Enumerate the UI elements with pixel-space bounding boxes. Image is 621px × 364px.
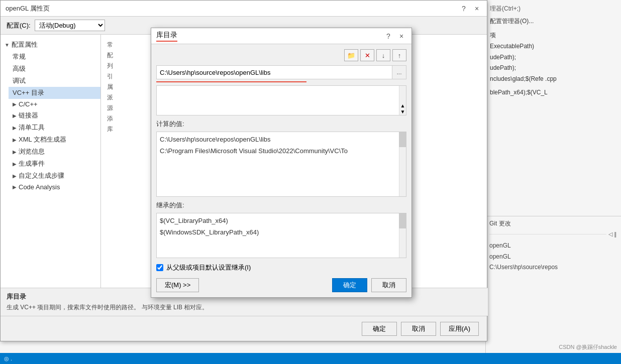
up-arrow-icon: ↑ — [398, 52, 401, 59]
tree-item-general[interactable]: 常规 — [9, 51, 100, 63]
inherited-item-1: $(VC_LibraryPath_x64) — [160, 215, 403, 227]
tree-xml-arrow: ▶ — [13, 137, 17, 143]
git-panel-title: Git 更改 — [489, 219, 617, 228]
scrollbar-computed[interactable] — [399, 132, 406, 196]
lib-title-text: 库目录 — [156, 31, 177, 42]
vs-right-panel: 理器(Ctrl+;) 配置管理器(O)... 项 ExecutablePath)… — [485, 0, 621, 364]
lib-down-btn[interactable]: ↓ — [376, 49, 390, 61]
lib-list-area: ▲ ▼ — [156, 85, 406, 115]
tree-item-linker[interactable]: ▶ 链接器 — [9, 109, 100, 122]
git-item-1: openGL — [489, 240, 617, 252]
tree-root-label: 配置属性 — [12, 40, 38, 49]
lib-folder-btn[interactable]: 📁 — [344, 49, 358, 61]
tree-item-manifest[interactable]: ▶ 清单工具 — [9, 122, 100, 134]
inherit-checkbox[interactable] — [156, 264, 163, 271]
status-bar: ◎ . — [0, 353, 621, 364]
props-title: openGL 属性页 — [6, 4, 50, 13]
tree-root-arrow: ▼ — [5, 42, 10, 48]
scrollbar-inherited[interactable] — [399, 213, 406, 258]
git-item-2: openGL — [489, 252, 617, 263]
inherited-list: $(VC_LibraryPath_x64) $(WindowsSDK_Libra… — [156, 213, 406, 258]
tree-root[interactable]: ▼ 配置属性 — [1, 39, 100, 51]
lib-delete-btn[interactable]: ✕ — [360, 49, 374, 61]
lib-dialog: 库目录 ? × 📁 ✕ ↓ ↑ — [151, 28, 412, 298]
lib-ok-btn[interactable]: 确定 — [332, 278, 367, 292]
info-panel-desc: 生成 VC++ 项目期间，搜索库文件时使用的路径。 与环境变量 LIB 相对应。 — [7, 303, 482, 312]
lib-help-btn[interactable]: ? — [383, 31, 393, 41]
tree-cpp-arrow: ▶ — [13, 101, 17, 107]
config-label: 配置(C): — [7, 21, 31, 30]
tree-item-browse[interactable]: ▶ 浏览信息 — [9, 146, 100, 158]
tree-custombuild-arrow: ▶ — [13, 173, 17, 179]
tree-buildevents-arrow: ▶ — [13, 161, 17, 167]
vs-right-header: 理器(Ctrl+;) 配置管理器(O)... 项 ExecutablePath)… — [490, 4, 617, 98]
scroll-down-1[interactable]: ▼ — [400, 109, 405, 114]
tree-manifest-arrow: ▶ — [13, 125, 17, 131]
status-text: ◎ . — [4, 355, 12, 362]
csdn-badge: CSDN @换踢仔shackle — [559, 343, 617, 351]
lib-path-input[interactable] — [157, 67, 392, 78]
tree-item-advanced[interactable]: 高级 — [9, 63, 100, 75]
lib-browse-btn[interactable]: ... — [392, 66, 406, 79]
inherit-checkbox-label: 从父级或项目默认设置继承(I) — [166, 263, 251, 272]
props-close-btn[interactable]: × — [472, 4, 482, 14]
lib-footer-left: 宏(M) >> — [156, 278, 199, 292]
lib-body: 📁 ✕ ↓ ↑ ... — [151, 44, 411, 297]
props-apply-btn[interactable]: 应用(A) — [440, 322, 479, 336]
lib-close-btn[interactable]: × — [396, 31, 406, 41]
macro-btn[interactable]: 宏(M) >> — [156, 278, 199, 292]
scroll-up-1[interactable]: ▲ — [400, 103, 405, 108]
tree-item-debug[interactable]: 调试 — [9, 75, 100, 87]
lib-title-actions: ? × — [383, 31, 406, 41]
git-panel-pin[interactable]: ◁ ‖ — [608, 231, 617, 237]
delete-icon: ✕ — [365, 52, 370, 59]
lib-up-btn[interactable]: ↑ — [392, 49, 406, 61]
props-cancel-btn[interactable]: 取消 — [401, 322, 436, 336]
config-select[interactable]: 活动(Debug) — [35, 20, 105, 31]
scrollbar-thumb-inherited[interactable] — [399, 213, 406, 228]
tree-item-vcpp-dirs[interactable]: VC++ 目录 — [9, 87, 100, 99]
lib-footer-right: 确定 取消 — [332, 278, 406, 292]
tree-item-build-events[interactable]: ▶ 生成事件 — [9, 158, 100, 170]
down-arrow-icon: ↓ — [382, 52, 385, 59]
tree-browse-arrow: ▶ — [13, 149, 17, 155]
lib-footer: 宏(M) >> 确定 取消 — [156, 278, 406, 292]
props-footer: 确定 取消 应用(A) — [1, 316, 487, 341]
lib-title-bar: 库目录 ? × — [151, 28, 411, 44]
props-ok-btn[interactable]: 确定 — [362, 322, 397, 336]
computed-item-1: C:\Users\hp\source\repos\openGL\libs — [160, 134, 403, 146]
folder-icon: 📁 — [347, 52, 355, 59]
lib-toolbar: 📁 ✕ ↓ ↑ — [156, 49, 406, 61]
git-item-3: C:\Users\hp\source\repos — [489, 262, 617, 273]
computed-list: C:\Users\hp\source\repos\openGL\libs C:\… — [156, 132, 406, 197]
computed-label: 计算的值: — [156, 119, 406, 129]
tree-item-custom-build[interactable]: ▶ 自定义生成步骤 — [9, 170, 100, 182]
tree-item-cpp[interactable]: ▶ C/C++ — [9, 99, 100, 109]
props-help-btn[interactable]: ? — [459, 4, 469, 14]
lib-input-underline — [156, 81, 306, 82]
vs-window: 理器(Ctrl+;) 配置管理器(O)... 项 ExecutablePath)… — [0, 0, 621, 364]
inherited-label: 继承的值: — [156, 201, 406, 210]
tree-group: 常规 高级 调试 VC++ 目录 ▶ C/C++ — [1, 51, 100, 192]
tree-item-xml[interactable]: ▶ XML 文档生成器 — [9, 134, 100, 146]
tree-item-code-analysis[interactable]: ▶ Code Analysis — [9, 182, 100, 192]
computed-item-2: C:\Program Files\Microsoft Visual Studio… — [160, 146, 403, 157]
checkbox-row: 从父级或项目默认设置继承(I) — [156, 263, 406, 272]
scrollbar-right-1[interactable]: ▲ ▼ — [399, 86, 406, 115]
lib-input-row: ... — [156, 65, 406, 79]
lib-cancel-btn[interactable]: 取消 — [371, 278, 406, 292]
tree-linker-arrow: ▶ — [13, 113, 17, 118]
inherited-item-2: $(WindowsSDK_LibraryPath_x64) — [160, 227, 403, 238]
scrollbar-thumb-computed[interactable] — [399, 132, 406, 147]
props-title-bar: openGL 属性页 ? × — [1, 1, 487, 17]
git-panel: Git 更改 ◁ ‖ openGL openGL C:\Users\hp\sou… — [485, 216, 621, 276]
tree-codeanalysis-arrow: ▶ — [13, 184, 17, 190]
